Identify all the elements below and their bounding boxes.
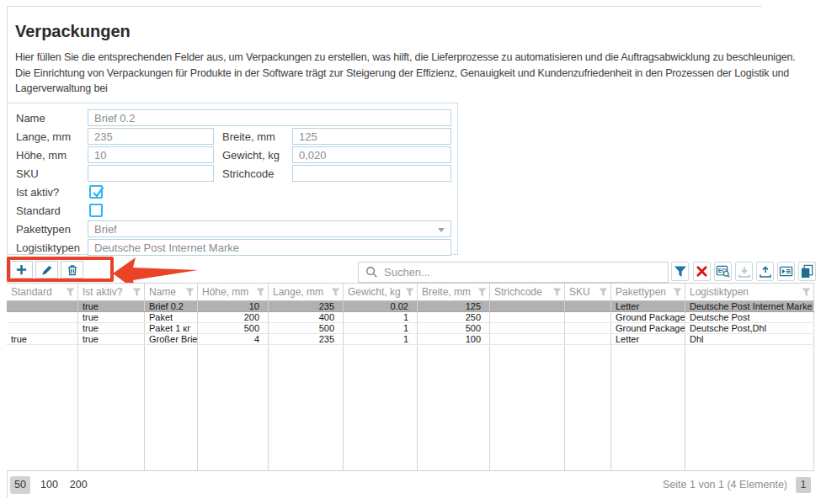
sku-input[interactable] — [88, 165, 214, 182]
search-input[interactable] — [384, 266, 668, 279]
filter-button[interactable] — [671, 262, 689, 281]
column-header-5[interactable]: Gewicht, kg — [344, 284, 418, 300]
logistiktypen-input[interactable] — [88, 239, 451, 256]
gewicht-input[interactable] — [292, 146, 451, 163]
column-label: Pakettypen — [616, 286, 666, 298]
edit-button[interactable] — [35, 261, 58, 279]
table-cell: true — [78, 312, 145, 322]
standard-checkbox[interactable] — [89, 204, 103, 217]
trash-icon — [67, 264, 78, 276]
description-line: Die Einrichtung von Verpackungen für Pro… — [15, 66, 796, 82]
table-row[interactable]: truePaket2004001250Ground PackageDeutsch… — [7, 312, 814, 323]
filter-funnel-icon[interactable] — [802, 288, 811, 297]
table-empty-cell — [490, 345, 565, 470]
export-button[interactable] — [756, 262, 774, 281]
table-empty-cell — [7, 345, 78, 470]
detail-list-icon — [779, 264, 793, 279]
table-cell: 0.02 — [344, 301, 418, 311]
pakettypen-label: Pakettypen — [16, 223, 88, 236]
packaging-form: Name Lange, mm Breite, mm Höhe, mm Gewic… — [7, 103, 458, 255]
table-cell: 100 — [418, 334, 490, 344]
pager: 50100200 Seite 1 von 1 (4 Elemente) 1 — [7, 471, 814, 498]
table-cell: 400 — [269, 312, 344, 322]
table-cell: Dhl — [685, 334, 814, 344]
column-label: Standard — [11, 286, 52, 298]
hohe-label: Höhe, mm — [16, 149, 88, 162]
filter-funnel-icon[interactable] — [552, 288, 562, 297]
ist-aktiv-label: Ist aktiv? — [16, 186, 88, 199]
table-empty-cell — [565, 345, 611, 470]
table-cell — [565, 301, 611, 311]
add-button[interactable] — [10, 261, 33, 279]
filter-funnel-icon[interactable] — [185, 288, 195, 297]
column-header-6[interactable]: Breite, mm — [418, 284, 490, 300]
description-line: Hier füllen Sie die entsprechenden Felde… — [15, 50, 796, 66]
column-label: Name — [149, 286, 176, 298]
eq-preview-icon: EQ — [716, 264, 730, 279]
table-row[interactable]: truePaket 1 кг5005001500Ground PackageDe… — [7, 323, 814, 334]
logistiktypen-label: Logistiktypen — [16, 241, 88, 254]
table-cell — [565, 323, 611, 333]
table-row[interactable]: trueBrief 0.2102350.02125LetterDeutsche … — [7, 301, 814, 312]
column-header-3[interactable]: Höhe, mm — [198, 284, 269, 300]
pakettypen-select[interactable]: Brief — [88, 220, 451, 237]
name-input[interactable] — [88, 109, 451, 126]
page-size-50[interactable]: 50 — [10, 476, 30, 494]
table-cell: 250 — [418, 312, 490, 322]
column-header-9[interactable]: Pakettypen — [611, 284, 685, 300]
table-empty-cell — [685, 345, 814, 470]
detail-rows-button[interactable] — [777, 262, 795, 281]
current-page-button[interactable]: 1 — [796, 477, 811, 493]
ist-aktiv-checkbox[interactable] — [89, 185, 103, 199]
column-label: Logistiktypen — [690, 286, 749, 298]
filter-funnel-icon[interactable] — [331, 288, 340, 297]
delete-button[interactable] — [61, 261, 83, 279]
hohe-input[interactable] — [88, 146, 214, 163]
search-panel-button[interactable]: EQ — [714, 262, 732, 281]
filter-funnel-icon[interactable] — [599, 288, 608, 297]
filter-funnel-icon[interactable] — [132, 288, 141, 297]
table-cell — [7, 323, 78, 333]
strichcode-input[interactable] — [292, 165, 451, 182]
strichcode-label: Strichcode — [214, 167, 292, 180]
column-header-1[interactable]: Ist aktiv? — [78, 284, 145, 300]
breite-label: Breite, mm — [214, 130, 292, 143]
table-cell: Paket 1 кг — [145, 323, 198, 333]
filter-funnel-icon[interactable] — [256, 288, 265, 297]
pencil-icon — [41, 264, 53, 276]
table-empty-cell — [198, 345, 269, 470]
breite-input[interactable] — [292, 128, 451, 145]
table-empty-area — [7, 345, 814, 470]
import-button[interactable] — [735, 262, 753, 281]
page-size-200[interactable]: 200 — [68, 476, 89, 494]
filter-funnel-icon[interactable] — [66, 288, 75, 297]
table-cell — [490, 312, 565, 322]
table-cell — [565, 312, 611, 322]
table-cell: 1 — [344, 334, 418, 344]
clear-filter-button[interactable] — [693, 262, 711, 281]
table-cell: 235 — [269, 301, 344, 311]
table-empty-cell — [611, 345, 685, 470]
panel-top-border — [7, 6, 762, 7]
plus-icon — [15, 263, 28, 276]
page-size-selector: 50100200 — [10, 476, 89, 494]
column-header-8[interactable]: SKU — [565, 284, 611, 300]
table-cell: 125 — [418, 301, 490, 311]
table-row[interactable]: truetrueGroßer Brief42351100LetterDhl — [7, 334, 814, 345]
column-header-2[interactable]: Name — [145, 284, 198, 300]
column-header-4[interactable]: Lange, mm — [269, 284, 344, 300]
copy-button[interactable] — [798, 262, 816, 281]
table-cell: 1 — [344, 312, 418, 322]
filter-funnel-icon[interactable] — [673, 288, 682, 297]
filter-funnel-icon[interactable] — [477, 288, 487, 297]
table-cell: 200 — [198, 312, 269, 322]
column-header-0[interactable]: Standard — [7, 284, 78, 300]
column-header-7[interactable]: Strichcode — [490, 284, 565, 300]
page-size-100[interactable]: 100 — [39, 476, 60, 494]
lange-input[interactable] — [88, 128, 214, 145]
page-description: Hier füllen Sie die entsprechenden Felde… — [15, 50, 796, 97]
filter-funnel-icon[interactable] — [405, 288, 414, 297]
column-header-10[interactable]: Logistiktypen — [685, 284, 814, 300]
table-cell: true — [78, 334, 145, 344]
sku-label: SKU — [16, 167, 88, 180]
